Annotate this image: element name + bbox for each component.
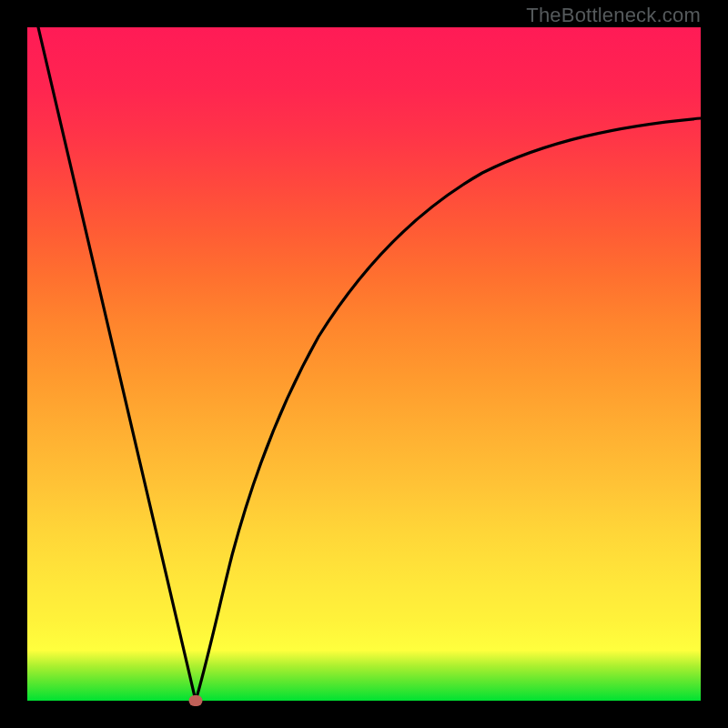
- curve-left-branch: [38, 27, 196, 701]
- chart-frame: TheBottleneck.com: [0, 0, 728, 728]
- curve-right-branch: [196, 118, 701, 701]
- watermark-text: TheBottleneck.com: [526, 4, 701, 27]
- curve-svg: [27, 27, 701, 701]
- chart-plot-area: [27, 27, 701, 701]
- min-marker: [189, 695, 203, 706]
